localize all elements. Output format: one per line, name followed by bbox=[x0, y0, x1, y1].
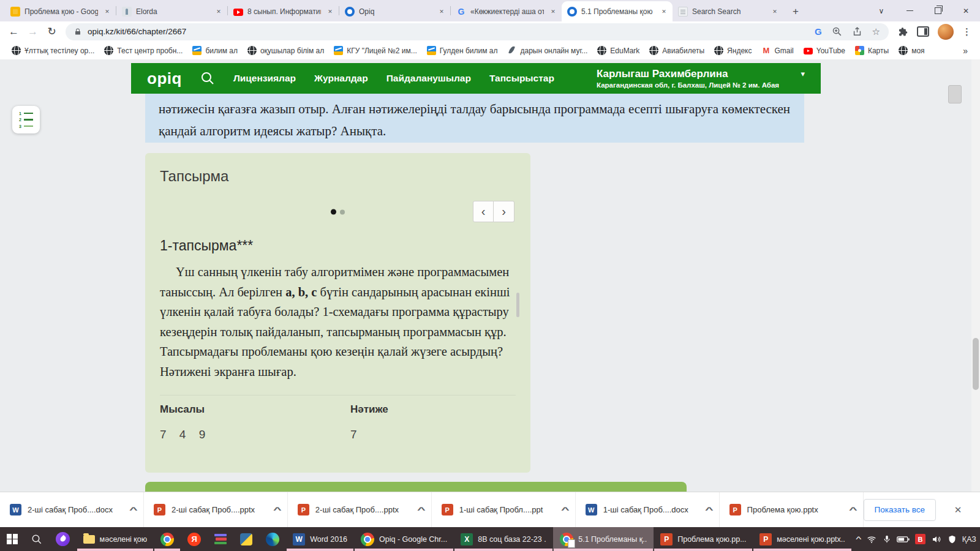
table-of-contents-button[interactable]: 1 2 3 bbox=[12, 106, 40, 133]
share-icon[interactable] bbox=[852, 26, 862, 37]
bookmark[interactable]: Карты bbox=[851, 44, 893, 57]
download-menu-icon[interactable]: ^ bbox=[417, 505, 426, 514]
download-item-5[interactable]: 1-ші сабақ Проб....docx ^ bbox=[576, 492, 720, 527]
browser-tab-1[interactable]: Проблема қою - Goog ✕ bbox=[5, 1, 116, 21]
carousel-prev-button[interactable]: ‹ bbox=[473, 201, 494, 222]
antivirus-icon[interactable]: B bbox=[915, 534, 925, 544]
nav-orders[interactable]: Тапсырыстар bbox=[489, 73, 554, 84]
download-item-4[interactable]: 1-ші сабақ Пробл....ppt ^ bbox=[432, 492, 576, 527]
download-item-2[interactable]: 2-ші сабақ Проб....pptx ^ bbox=[144, 492, 288, 527]
bookmark[interactable]: YouTube bbox=[799, 45, 850, 57]
taskbar-folder-button[interactable]: мәселені қою bbox=[77, 527, 154, 551]
taskbar-chrome-button[interactable] bbox=[154, 527, 181, 551]
taskbar-edge-button[interactable] bbox=[259, 527, 286, 551]
browser-tab-7[interactable]: Search Search ✕ bbox=[673, 1, 783, 21]
taskbar-purple-app-button[interactable] bbox=[49, 527, 77, 551]
bookmarks-overflow-icon[interactable]: » bbox=[958, 46, 973, 56]
download-menu-icon[interactable]: ^ bbox=[705, 505, 714, 514]
page-scroll-button[interactable] bbox=[948, 85, 962, 103]
download-menu-icon[interactable]: ^ bbox=[273, 505, 282, 514]
nav-users[interactable]: Пайдаланушылар bbox=[386, 73, 471, 84]
download-item-1[interactable]: 2-ші сабақ Проб....docx ^ bbox=[0, 492, 144, 527]
reload-button[interactable]: ↻ bbox=[43, 23, 61, 40]
google-side-search-icon[interactable]: G bbox=[815, 26, 822, 37]
browser-tab-3[interactable]: 8 сынып. Информатик ✕ bbox=[228, 1, 339, 21]
shield-icon[interactable] bbox=[948, 534, 957, 544]
browser-tab-5[interactable]: «Көкжиектерді аша от ✕ bbox=[451, 1, 562, 21]
nav-journals[interactable]: Журналдар bbox=[314, 73, 368, 84]
taskbar-search-button[interactable] bbox=[24, 527, 49, 551]
zoom-icon[interactable] bbox=[832, 26, 842, 37]
tab-close-icon[interactable]: ✕ bbox=[214, 7, 224, 17]
bookmark-star-icon[interactable]: ☆ bbox=[872, 26, 880, 37]
user-menu[interactable]: Карлыгаш Рахимберлина Карагандинская обл… bbox=[597, 68, 805, 89]
bookmark[interactable]: Тест центр пробн... bbox=[100, 44, 187, 57]
close-shelf-button[interactable]: ✕ bbox=[948, 500, 968, 520]
carousel-next-button[interactable]: › bbox=[494, 201, 514, 222]
browser-menu-icon[interactable]: ⋮ bbox=[962, 26, 971, 37]
nav-licenses[interactable]: Лицензиялар bbox=[233, 73, 296, 84]
taskbar-chrome-active-button[interactable]: 5.1 Проблеманы қ... bbox=[553, 527, 654, 551]
tab-close-icon[interactable]: ✕ bbox=[548, 7, 558, 17]
bookmark[interactable]: КГУ "Лицей №2 им... bbox=[330, 44, 421, 57]
taskbar-winrar-button[interactable] bbox=[208, 527, 233, 551]
tray-expand-icon[interactable]: ^ bbox=[856, 535, 862, 544]
scrollbar-thumb[interactable] bbox=[973, 338, 979, 390]
card-scrollbar-thumb[interactable] bbox=[516, 293, 519, 317]
new-tab-button[interactable]: + bbox=[787, 3, 804, 20]
microphone-icon[interactable] bbox=[883, 534, 891, 544]
bookmark[interactable]: Гулден билим ал bbox=[423, 44, 502, 57]
bookmark[interactable]: Gmail bbox=[757, 44, 797, 57]
download-menu-icon[interactable]: ^ bbox=[561, 505, 570, 514]
battery-icon[interactable] bbox=[897, 535, 910, 544]
address-bar[interactable]: opiq.kz/kit/66/chapter/2667 G ☆ bbox=[66, 23, 889, 40]
close-window-button[interactable]: ✕ bbox=[952, 0, 980, 21]
bookmark[interactable]: моя bbox=[894, 44, 929, 57]
tab-close-icon[interactable]: ✕ bbox=[102, 7, 112, 17]
download-menu-icon[interactable]: ^ bbox=[129, 505, 138, 514]
tab-close-icon[interactable]: ✕ bbox=[437, 7, 447, 17]
lock-icon[interactable] bbox=[74, 28, 81, 36]
start-button[interactable] bbox=[0, 527, 24, 551]
taskbar-powerpoint-button-1[interactable]: P Проблема қою.pp... bbox=[654, 527, 753, 551]
download-item-3[interactable]: 2-ші сабақ Проб....pptx ^ bbox=[288, 492, 432, 527]
download-menu-icon[interactable]: ^ bbox=[849, 505, 858, 514]
download-item-6[interactable]: Проблема қою.pptx ^ bbox=[720, 492, 864, 527]
bookmark[interactable]: Авиабилеты bbox=[645, 44, 709, 57]
opiq-logo[interactable]: opiq bbox=[147, 69, 182, 88]
speaker-icon[interactable] bbox=[931, 534, 942, 544]
taskbar-excel-button[interactable]: X 8B соц база 22-23 ... bbox=[454, 527, 553, 551]
carousel-dot[interactable] bbox=[340, 209, 345, 214]
bookmark[interactable]: EduMark bbox=[593, 44, 644, 57]
bookmark[interactable]: оқушылар білім ал bbox=[243, 44, 328, 57]
bookmark[interactable]: Ұлттық тестілеу ор... bbox=[7, 44, 99, 57]
show-all-downloads-button[interactable]: Показать все bbox=[864, 499, 936, 521]
restore-button[interactable] bbox=[924, 0, 952, 21]
taskbar-word-button[interactable]: W Word 2016 bbox=[286, 527, 354, 551]
taskbar-yandex-button[interactable]: Я bbox=[181, 527, 208, 551]
carousel-dot-active[interactable] bbox=[331, 209, 336, 215]
site-search-icon[interactable] bbox=[200, 71, 215, 86]
tab-close-icon[interactable]: ✕ bbox=[325, 7, 335, 17]
profile-avatar[interactable] bbox=[938, 24, 954, 40]
tab-close-icon[interactable]: ✕ bbox=[770, 7, 780, 17]
browser-tab-2[interactable]: Elorda ✕ bbox=[116, 1, 227, 21]
extensions-icon[interactable] bbox=[897, 26, 908, 37]
taskbar-powerpoint-button-2[interactable]: P мәселені қою.pptx... bbox=[753, 527, 852, 551]
back-button[interactable]: ← bbox=[5, 23, 23, 40]
browser-tab-active[interactable]: 5.1 Проблеманы қою - ✕ bbox=[562, 1, 673, 21]
taskbar-chrome-opiq-button[interactable]: Opiq - Google Chr... bbox=[354, 527, 454, 551]
taskbar-python-button[interactable] bbox=[233, 527, 259, 551]
wifi-icon[interactable] bbox=[866, 534, 877, 544]
language-indicator[interactable]: ҚАЗ bbox=[962, 535, 976, 544]
tab-search-chevron-icon[interactable]: ∨ bbox=[867, 0, 895, 21]
forward-button[interactable]: → bbox=[24, 23, 42, 40]
browser-tab-4[interactable]: Opiq ✕ bbox=[339, 1, 450, 21]
bookmark[interactable]: Яндекс bbox=[710, 44, 756, 57]
bookmark[interactable]: дарын онлайн муг... bbox=[503, 44, 592, 57]
scrollbar-track[interactable] bbox=[971, 59, 980, 492]
minimize-button[interactable] bbox=[895, 0, 924, 21]
side-panel-icon[interactable] bbox=[917, 26, 929, 37]
tab-close-icon[interactable]: ✕ bbox=[659, 7, 669, 17]
bookmark[interactable]: билим ал bbox=[188, 44, 242, 57]
